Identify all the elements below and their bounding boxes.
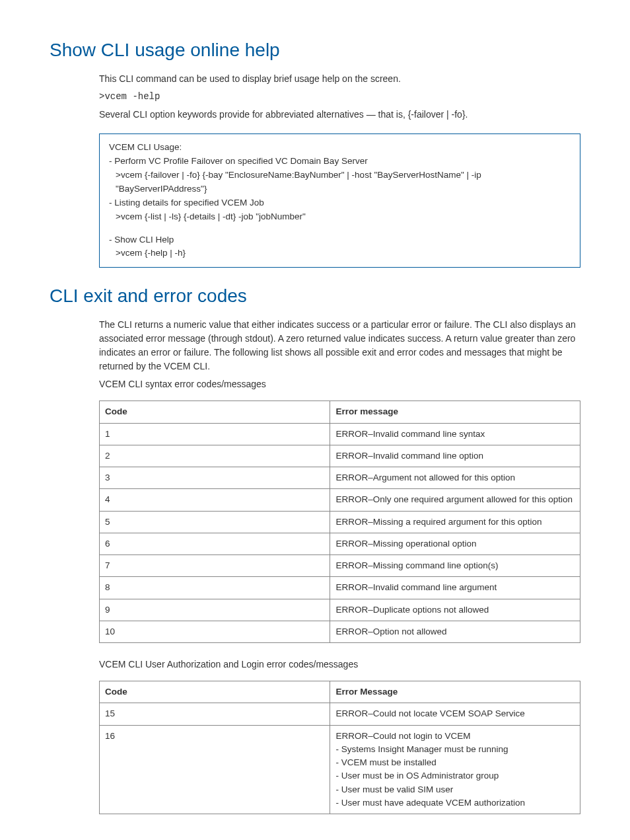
msg-cell: ERROR–Invalid command line syntax xyxy=(330,423,580,445)
code-cell: 6 xyxy=(100,533,330,554)
msg-cell: ERROR–Could not login to VCEM- Systems I… xyxy=(330,725,580,814)
msg-line: - VCEM must be installed xyxy=(335,756,575,769)
msg-cell: ERROR–Argument not allowed for this opti… xyxy=(330,467,580,489)
usage-title: VCEM CLI Usage: xyxy=(109,141,571,155)
msg-line: ERROR–Could not login to VCEM xyxy=(335,730,575,743)
msg-cell: ERROR–Invalid command line option xyxy=(330,445,580,467)
code-cell: 7 xyxy=(100,555,330,577)
auth-error-table: Code Error Message 15ERROR–Could not loc… xyxy=(99,681,580,814)
table-1-header-code: Code xyxy=(100,401,330,423)
msg-cell: ERROR–Missing a required argument for th… xyxy=(330,511,580,533)
usage-item-3-command: >vcem {-help | -h} xyxy=(116,247,571,260)
table-2-header-msg: Error Message xyxy=(330,681,580,703)
code-cell: 10 xyxy=(100,621,330,642)
usage-item-2-label: - Listing details for specified VCEM Job xyxy=(109,196,571,210)
table-1-caption: VCEM CLI syntax error codes/messages xyxy=(99,377,580,391)
usage-item-1-command: >vcem {-failover | -fo} {-bay "Enclosure… xyxy=(116,169,571,196)
section-heading-1: Show CLI usage online help xyxy=(50,36,580,64)
table-row: 4ERROR–Only one required argument allowe… xyxy=(100,489,580,511)
msg-cell: ERROR–Could not locate VCEM SOAP Service xyxy=(330,703,580,725)
intro-paragraph-2: The CLI returns a numeric value that eit… xyxy=(99,318,580,373)
table-1-header-msg: Error message xyxy=(330,401,580,423)
table-row: 10ERROR–Option not allowed xyxy=(100,621,580,642)
desc-paragraph-1: Several CLI option keywords provide for … xyxy=(99,108,580,122)
msg-cell: ERROR–Only one required argument allowed… xyxy=(330,489,580,511)
code-cell: 1 xyxy=(100,423,330,445)
code-cell: 2 xyxy=(100,445,330,467)
msg-cell: ERROR–Duplicate options not allowed xyxy=(330,599,580,621)
msg-cell: ERROR–Invalid command line argument xyxy=(330,577,580,599)
table-row: 1ERROR–Invalid command line syntax xyxy=(100,423,580,445)
table-row: 15ERROR–Could not locate VCEM SOAP Servi… xyxy=(100,703,580,725)
code-cell: 3 xyxy=(100,467,330,489)
msg-line: - User must have adequate VCEM authoriza… xyxy=(335,796,575,810)
table-row: 6ERROR–Missing operational option xyxy=(100,533,580,554)
table-row: 8ERROR–Invalid command line argument xyxy=(100,577,580,599)
table-2-header-code: Code xyxy=(100,681,330,703)
msg-cell: ERROR–Missing command line option(s) xyxy=(330,555,580,577)
table-row: 9ERROR–Duplicate options not allowed xyxy=(100,599,580,621)
msg-cell: ERROR–Missing operational option xyxy=(330,533,580,554)
msg-cell: ERROR–Option not allowed xyxy=(330,621,580,642)
usage-item-1-label: - Perform VC Profile Failover on specifi… xyxy=(109,155,571,169)
command-example: >vcem -help xyxy=(99,90,580,104)
msg-line: ERROR–Could not locate VCEM SOAP Service xyxy=(335,707,575,720)
table-row: 2ERROR–Invalid command line option xyxy=(100,445,580,467)
table-row: 7ERROR–Missing command line option(s) xyxy=(100,555,580,577)
usage-item-2-command: >vcem {-list | -ls} {-details | -dt} -jo… xyxy=(116,210,571,224)
section-heading-2: CLI exit and error codes xyxy=(50,282,580,310)
table-row: 5ERROR–Missing a required argument for t… xyxy=(100,511,580,533)
msg-line: - User must be in OS Administrator group xyxy=(335,769,575,783)
code-cell: 15 xyxy=(100,703,330,725)
code-cell: 4 xyxy=(100,489,330,511)
table-2-caption: VCEM CLI User Authorization and Login er… xyxy=(99,658,580,671)
intro-paragraph-1: This CLI command can be used to display … xyxy=(99,72,580,86)
code-cell: 9 xyxy=(100,599,330,621)
table-row: 3ERROR–Argument not allowed for this opt… xyxy=(100,467,580,489)
usage-box: VCEM CLI Usage: - Perform VC Profile Fai… xyxy=(99,134,580,268)
msg-line: - User must be valid SIM user xyxy=(335,783,575,796)
usage-item-3-label: - Show CLI Help xyxy=(109,233,571,247)
code-cell: 16 xyxy=(100,725,330,814)
msg-line: - Systems Insight Manager must be runnin… xyxy=(335,743,575,756)
syntax-error-table: Code Error message 1ERROR–Invalid comman… xyxy=(99,401,580,643)
table-row: 16ERROR–Could not login to VCEM- Systems… xyxy=(100,725,580,814)
code-cell: 8 xyxy=(100,577,330,599)
code-cell: 5 xyxy=(100,511,330,533)
